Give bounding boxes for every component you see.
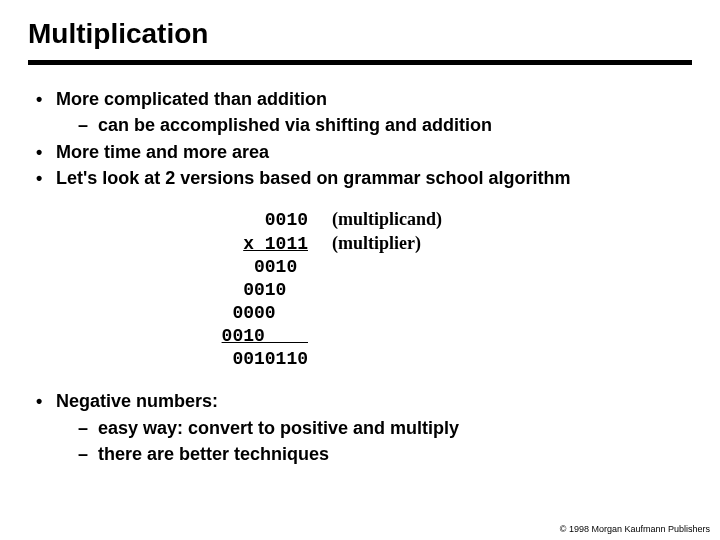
calc-row-multiplicand: 0010 (multiplicand) bbox=[28, 208, 692, 232]
sub-bullet-text: easy way: convert to positive and multip… bbox=[98, 418, 459, 438]
bullet-text: More complicated than addition bbox=[56, 89, 327, 109]
calc-value: 0010 bbox=[28, 279, 308, 302]
sub-bullet-list: easy way: convert to positive and multip… bbox=[56, 416, 692, 467]
title-rule bbox=[28, 60, 692, 65]
page-title: Multiplication bbox=[28, 18, 692, 50]
calc-label: (multiplier) bbox=[308, 232, 421, 255]
calc-row-partial: 0000 bbox=[28, 302, 692, 325]
bullet-text: Negative numbers: bbox=[56, 391, 218, 411]
bullet-list-negative: Negative numbers: easy way: convert to p… bbox=[28, 389, 692, 466]
bullet-list: More complicated than addition can be ac… bbox=[28, 87, 692, 190]
sub-bullet-text: can be accomplished via shifting and add… bbox=[98, 115, 492, 135]
calc-value: 0000 bbox=[28, 302, 308, 325]
sub-bullet-list: can be accomplished via shifting and add… bbox=[56, 113, 692, 137]
calc-value: 0010110 bbox=[28, 348, 308, 371]
calc-row-result: 0010110 bbox=[28, 348, 692, 371]
calc-row-partial: 0010 bbox=[28, 325, 692, 348]
slide: Multiplication More complicated than add… bbox=[0, 0, 720, 466]
multiplication-work: 0010 (multiplicand) x 1011 (multiplier) … bbox=[28, 208, 692, 371]
sub-bullet-item: can be accomplished via shifting and add… bbox=[78, 113, 692, 137]
calc-row-partial: 0010 bbox=[28, 279, 692, 302]
calc-value: 0010 bbox=[28, 209, 308, 232]
copyright-notice: © 1998 Morgan Kaufmann Publishers bbox=[560, 524, 710, 534]
bullet-item: More time and more area bbox=[34, 140, 692, 164]
calc-value: 0010 bbox=[28, 325, 308, 348]
calc-value: x 1011 bbox=[28, 233, 308, 256]
sub-bullet-text: there are better techniques bbox=[98, 444, 329, 464]
bullet-text: Let's look at 2 versions based on gramma… bbox=[56, 168, 570, 188]
bullet-item: More complicated than addition can be ac… bbox=[34, 87, 692, 138]
calc-label: (multiplicand) bbox=[308, 208, 442, 231]
bullet-item: Negative numbers: easy way: convert to p… bbox=[34, 389, 692, 466]
calc-value: 0010 bbox=[28, 256, 308, 279]
bullet-text: More time and more area bbox=[56, 142, 269, 162]
sub-bullet-item: there are better techniques bbox=[78, 442, 692, 466]
calc-row-multiplier: x 1011 (multiplier) bbox=[28, 232, 692, 256]
bullet-item: Let's look at 2 versions based on gramma… bbox=[34, 166, 692, 190]
calc-row-partial: 0010 bbox=[28, 256, 692, 279]
sub-bullet-item: easy way: convert to positive and multip… bbox=[78, 416, 692, 440]
